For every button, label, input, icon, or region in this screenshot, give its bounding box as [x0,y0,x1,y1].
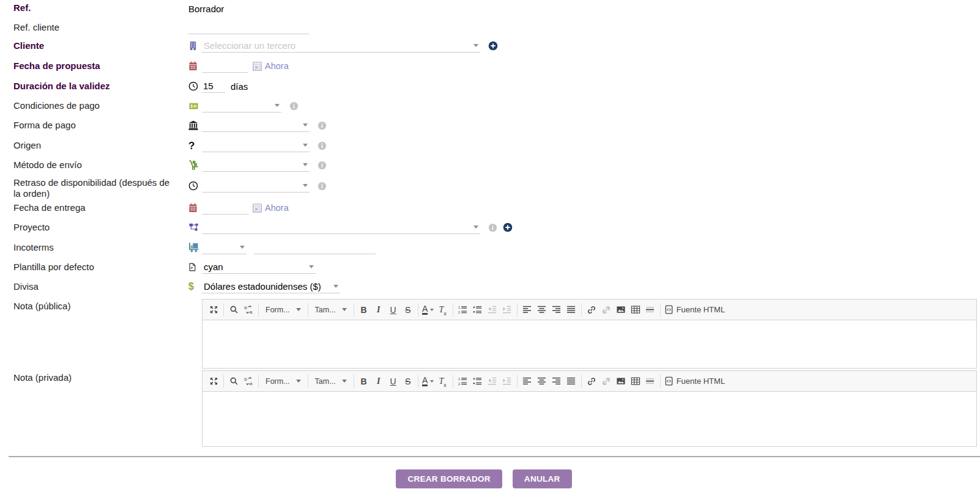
ordered-list-button[interactable]: 12 [456,374,470,389]
link-button[interactable] [584,303,599,317]
svg-text:2: 2 [458,382,460,386]
condiciones-pago-select[interactable] [202,99,281,112]
ref-cliente-label: Ref. cliente [0,21,188,33]
bullet-list-button[interactable] [470,374,485,389]
align-justify-button[interactable] [564,303,579,317]
field-row-forma-pago: Forma de pago [0,119,980,132]
maximize-button[interactable] [206,374,221,389]
search-button[interactable] [226,374,241,389]
incoterms-location-input[interactable] [254,241,376,254]
datepicker-button[interactable] [253,204,262,213]
svg-text:2: 2 [458,311,460,314]
nota-privada-content[interactable] [202,392,976,446]
plantilla-label: Plantilla por defecto [0,260,188,273]
fecha-entrega-input[interactable] [202,201,248,215]
format-combo[interactable]: Form... [261,374,305,389]
remove-format-button[interactable]: Tx [436,374,450,389]
nota-privada-editor: baForm...Tam...BIUSATx12Fuente HTML [202,370,977,447]
italic-button[interactable]: I [371,374,386,389]
horizontal-rule-button[interactable] [643,303,658,317]
align-justify-button[interactable] [564,374,579,389]
fecha-propuesta-input[interactable] [202,59,248,73]
datepicker-button[interactable] [253,62,262,71]
size-combo[interactable]: Tam... [311,374,351,389]
image-button[interactable] [614,303,628,317]
origen-select[interactable] [202,139,310,152]
calendar-icon [188,203,202,213]
table-button[interactable] [628,303,643,317]
toolbar-separator [308,375,308,388]
toolbar-separator [517,303,518,317]
indent-button [500,374,514,389]
field-row-plantilla: Plantilla por defecto cyan [0,260,980,274]
chevron-down-icon [303,163,308,166]
link-button[interactable] [584,374,599,389]
table-button[interactable] [628,374,643,389]
cancel-button[interactable]: ANULAR [513,469,572,488]
nota-publica-content[interactable] [202,320,976,368]
underline-button[interactable]: U [386,374,401,389]
add-project-button[interactable] [503,222,513,232]
format-combo-label: Form... [265,306,290,314]
fecha-propuesta-now-link[interactable]: Ahora [265,61,289,71]
strike-button[interactable]: S [401,374,415,389]
remove-format-button[interactable]: Tx [436,303,450,317]
toolbar-separator [258,303,259,317]
replace-button[interactable]: ba [241,374,256,389]
replace-button[interactable]: ba [241,303,256,317]
text-color-button[interactable]: A [421,374,436,389]
info-icon [488,223,497,232]
metodo-envio-select[interactable] [202,158,310,172]
underline-button[interactable]: U [386,303,401,317]
add-thirdparty-button[interactable] [488,41,498,51]
retraso-label: Retraso de disponibilidad (después de la… [0,176,188,199]
bold-button[interactable]: B [357,303,371,317]
search-button[interactable] [226,303,241,317]
field-row-retraso: Retraso de disponibilidad (después de la… [0,176,980,199]
toolbar-separator [354,303,354,317]
format-combo[interactable]: Form... [261,303,305,317]
align-right-button[interactable] [549,303,564,317]
chevron-down-icon [303,123,308,127]
unlink-button [599,374,614,389]
cliente-label: Cliente [0,39,188,51]
ordered-list-button[interactable]: 12 [456,303,470,317]
create-draft-button[interactable]: CREAR BORRADOR [396,469,502,488]
fecha-entrega-now-link[interactable]: Ahora [265,203,289,213]
horizontal-rule-button[interactable] [643,374,658,389]
chevron-down-icon [342,308,347,311]
divisa-select[interactable]: Dólares estadounidenses ($) [202,280,340,293]
align-left-button[interactable] [520,303,535,317]
shipping-dolly-icon [188,160,202,170]
source-button[interactable]: Fuente HTML [663,303,726,317]
forma-pago-select[interactable] [202,119,310,132]
cliente-select[interactable]: Seleccionar un tercero [202,39,480,53]
fecha-entrega-label: Fecha de entrega [0,201,188,213]
align-left-button[interactable] [520,374,535,389]
align-center-button[interactable] [535,374,549,389]
incoterms-code-select[interactable] [202,241,247,254]
bold-button[interactable]: B [357,374,371,389]
align-right-button[interactable] [549,374,564,389]
field-row-cliente: Cliente Seleccionar un tercero [0,39,980,53]
size-combo[interactable]: Tam... [311,303,351,317]
plantilla-select[interactable]: cyan [202,260,316,274]
source-button[interactable]: Fuente HTML [663,374,726,389]
field-row-duracion: Duración de la validez días [0,79,980,93]
align-center-button[interactable] [535,303,549,317]
ref-cliente-input[interactable] [188,21,309,34]
nota-privada-label: Nota (privada) [0,371,188,383]
maximize-button[interactable] [206,303,221,317]
image-button[interactable] [614,374,628,389]
italic-button[interactable]: I [371,303,386,317]
proyecto-select[interactable] [202,221,480,234]
duracion-input[interactable] [202,79,225,93]
text-color-button[interactable]: A [421,303,436,317]
strike-button[interactable]: S [401,303,415,317]
source-button-label: Fuente HTML [677,377,725,386]
chevron-down-icon [275,104,280,107]
source-button-label: Fuente HTML [677,305,725,314]
nota-publica-label: Nota (pública) [0,300,188,312]
retraso-select[interactable] [202,179,310,193]
bullet-list-button[interactable] [470,303,485,317]
